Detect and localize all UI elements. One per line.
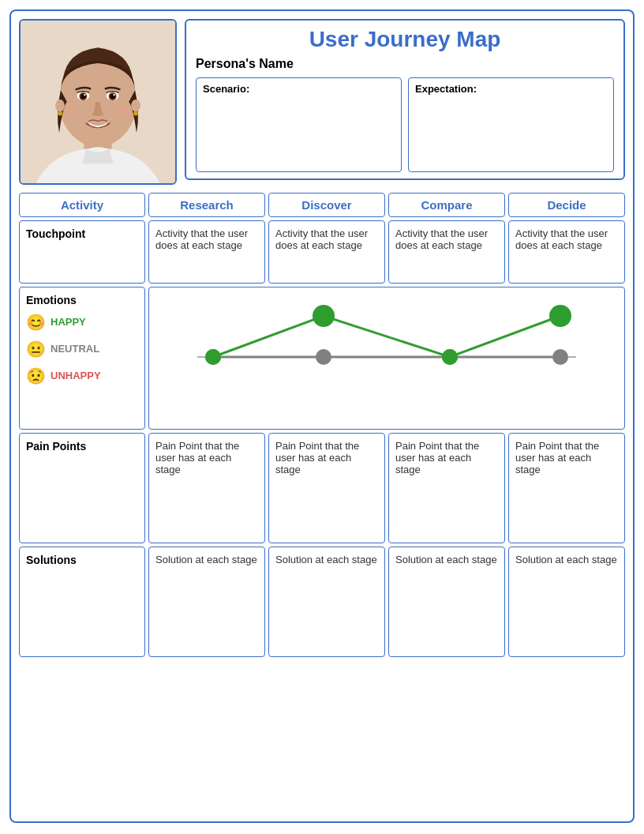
scenario-expectation-row: Scenario: Expectation: xyxy=(196,77,614,172)
svg-point-25 xyxy=(549,305,571,327)
pain-points-row: Pain Points Pain Point that the user has… xyxy=(19,433,625,543)
scenario-box[interactable]: Scenario: xyxy=(196,77,402,172)
svg-point-14 xyxy=(131,100,140,112)
touchpoint-row: Touchpoint Activity that the user does a… xyxy=(19,220,625,284)
emotion-happy-item: 😊 HAPPY xyxy=(26,313,138,332)
stage-activity-label: Activity xyxy=(19,193,145,217)
svg-point-12 xyxy=(115,107,131,117)
emotions-label-col: Emotions 😊 HAPPY 😐 NEUTRAL 😟 UNHAPPY xyxy=(19,287,145,430)
emotions-title: Emotions xyxy=(26,294,138,306)
touchpoint-cell-0[interactable]: Activity that the user does at each stag… xyxy=(148,220,265,284)
touchpoint-label: Touchpoint xyxy=(19,220,145,284)
pain-point-cell-0[interactable]: Pain Point that the user has at each sta… xyxy=(148,433,265,543)
stages-row: Activity Research Discover Compare Decid… xyxy=(19,193,625,217)
unhappy-label: UNHAPPY xyxy=(51,370,101,381)
solution-cell-3[interactable]: Solution at each stage xyxy=(508,547,625,657)
solution-cell-0[interactable]: Solution at each stage xyxy=(148,547,265,657)
avatar xyxy=(19,19,177,185)
happy-label: HAPPY xyxy=(51,316,86,328)
solutions-row: Solutions Solution at each stage Solutio… xyxy=(19,547,625,657)
solution-cell-2[interactable]: Solution at each stage xyxy=(388,547,505,657)
main-container: User Journey Map Persona's Name Scenario… xyxy=(9,9,635,823)
svg-point-16 xyxy=(133,111,138,116)
unhappy-icon: 😟 xyxy=(26,366,46,385)
persona-name: Persona's Name xyxy=(196,57,614,71)
emotion-unhappy-item: 😟 UNHAPPY xyxy=(26,366,138,385)
happy-icon: 😊 xyxy=(26,313,46,332)
stage-discover: Discover xyxy=(268,193,385,217)
emotions-chart-svg xyxy=(155,294,618,420)
svg-point-19 xyxy=(316,349,331,365)
pain-point-cell-3[interactable]: Pain Point that the user has at each sta… xyxy=(508,433,625,543)
header-section: User Journey Map Persona's Name Scenario… xyxy=(19,19,625,185)
svg-point-23 xyxy=(313,305,335,327)
pain-points-label: Pain Points xyxy=(19,433,145,543)
solutions-label: Solutions xyxy=(19,547,145,657)
emotions-row: Emotions 😊 HAPPY 😐 NEUTRAL 😟 UNHAPPY xyxy=(19,287,625,430)
emotions-chart xyxy=(148,287,625,430)
svg-point-24 xyxy=(442,349,458,365)
pain-point-cell-1[interactable]: Pain Point that the user has at each sta… xyxy=(268,433,385,543)
neutral-label: NEUTRAL xyxy=(51,343,99,355)
solution-cell-1[interactable]: Solution at each stage xyxy=(268,547,385,657)
svg-point-9 xyxy=(84,94,85,96)
stage-compare: Compare xyxy=(388,193,505,217)
svg-point-21 xyxy=(552,349,568,365)
expectation-box[interactable]: Expectation: xyxy=(408,77,614,172)
pain-point-cell-2[interactable]: Pain Point that the user has at each sta… xyxy=(388,433,505,543)
page-title: User Journey Map xyxy=(196,27,614,52)
touchpoint-cell-3[interactable]: Activity that the user does at each stag… xyxy=(508,220,625,284)
emotion-neutral-item: 😐 NEUTRAL xyxy=(26,340,138,359)
expectation-label: Expectation: xyxy=(415,83,607,95)
stage-research: Research xyxy=(148,193,265,217)
svg-point-15 xyxy=(58,111,62,116)
stage-decide: Decide xyxy=(508,193,625,217)
svg-point-13 xyxy=(55,100,65,112)
header-right: User Journey Map Persona's Name Scenario… xyxy=(185,19,625,180)
svg-point-10 xyxy=(113,94,114,96)
neutral-icon: 😐 xyxy=(26,340,46,359)
scenario-label: Scenario: xyxy=(203,83,395,95)
touchpoint-cell-1[interactable]: Activity that the user does at each stag… xyxy=(268,220,385,284)
svg-point-11 xyxy=(66,107,81,117)
touchpoint-cell-2[interactable]: Activity that the user does at each stag… xyxy=(388,220,505,284)
svg-point-22 xyxy=(205,349,221,365)
